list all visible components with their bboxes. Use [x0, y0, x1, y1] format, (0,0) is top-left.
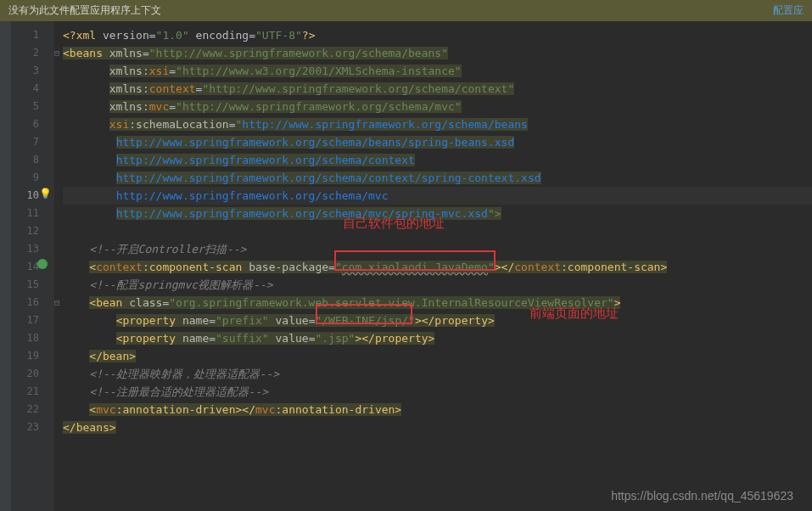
- line-number[interactable]: 14: [12, 258, 54, 276]
- code-line: xmlns:xsi="http://www.w3.org/2001/XMLSch…: [63, 62, 812, 80]
- intention-bulb-icon[interactable]: 💡: [39, 188, 52, 199]
- line-number[interactable]: 3: [12, 62, 54, 80]
- code-line: </bean>: [63, 347, 812, 365]
- code-line: </beans>: [63, 418, 812, 436]
- code-line: xsi:schemaLocation="http://www.springfra…: [63, 115, 812, 133]
- editor-area: 1 2 3 4 5 6 7 8 9 10 11 12 13 14 15 16 1…: [0, 21, 812, 511]
- code-line: <!--开启Controller扫描-->: [63, 240, 812, 258]
- line-number[interactable]: 16: [12, 294, 54, 312]
- fold-minus-icon[interactable]: ⊟: [54, 44, 60, 62]
- notification-banner: 没有为此文件配置应用程序上下文 配置应: [0, 0, 812, 21]
- line-number[interactable]: 20: [12, 365, 54, 383]
- code-line: http://www.springframework.org/schema/mv…: [63, 205, 812, 222]
- code-line: <!--处理器映射器，处理器适配器-->: [63, 365, 812, 383]
- line-number[interactable]: 13: [12, 240, 54, 258]
- line-number[interactable]: 7: [12, 133, 54, 151]
- fold-minus-icon[interactable]: ⊟: [54, 294, 60, 312]
- code-line: http://www.springframework.org/schema/be…: [63, 133, 812, 151]
- code-line: <property name="prefix" value="/WEB-INF/…: [63, 312, 812, 329]
- code-area[interactable]: <?xml version="1.0" encoding="UTF-8"?> ⊟…: [54, 21, 812, 511]
- line-number[interactable]: 4: [12, 80, 54, 98]
- code-line: <context:component-scan base-package="co…: [63, 258, 812, 276]
- code-line: http://www.springframework.org/schema/mv…: [63, 187, 812, 205]
- line-number[interactable]: 8: [12, 151, 54, 169]
- bean-gutter-icon[interactable]: [37, 259, 48, 269]
- code-line: <mvc:annotation-driven></mvc:annotation-…: [63, 401, 812, 418]
- line-number[interactable]: 1: [12, 26, 54, 44]
- code-line: http://www.springframework.org/schema/co…: [63, 151, 812, 169]
- code-line: <!--注册最合适的处理器适配器-->: [63, 383, 812, 401]
- line-number[interactable]: 2: [12, 44, 54, 62]
- line-number[interactable]: 22: [12, 401, 54, 418]
- code-line: ⊟<beans xmlns="http://www.springframewor…: [63, 44, 812, 62]
- line-number[interactable]: 18: [12, 329, 54, 347]
- banner-configure-link[interactable]: 配置应: [773, 3, 804, 18]
- line-number[interactable]: 15: [12, 276, 54, 294]
- line-number[interactable]: 21: [12, 383, 54, 401]
- line-number[interactable]: 12: [12, 222, 54, 240]
- code-line: xmlns:mvc="http://www.springframework.or…: [63, 98, 812, 115]
- line-number[interactable]: 17: [12, 312, 54, 329]
- code-line: http://www.springframework.org/schema/co…: [63, 169, 812, 187]
- line-number[interactable]: 23: [12, 418, 54, 436]
- code-line: <property name="suffix" value=".jsp"></p…: [63, 329, 812, 347]
- line-number[interactable]: 5: [12, 98, 54, 115]
- line-number[interactable]: 19: [12, 347, 54, 365]
- line-number[interactable]: 6: [12, 115, 54, 133]
- left-tool-strip: [0, 21, 12, 511]
- banner-message: 没有为此文件配置应用程序上下文: [8, 3, 161, 18]
- code-line: <?xml version="1.0" encoding="UTF-8"?>: [63, 26, 812, 44]
- code-line: <!--配置springmvc视图解析器-->: [63, 276, 812, 294]
- line-number[interactable]: 11: [12, 205, 54, 222]
- line-number[interactable]: 9: [12, 169, 54, 187]
- code-line: ⊟ <bean class="org.springframework.web.s…: [63, 294, 812, 312]
- watermark: https://blog.csdn.net/qq_45619623: [611, 489, 793, 503]
- code-line: [63, 222, 812, 240]
- code-line: xmlns:context="http://www.springframewor…: [63, 80, 812, 98]
- gutter: 1 2 3 4 5 6 7 8 9 10 11 12 13 14 15 16 1…: [12, 21, 54, 511]
